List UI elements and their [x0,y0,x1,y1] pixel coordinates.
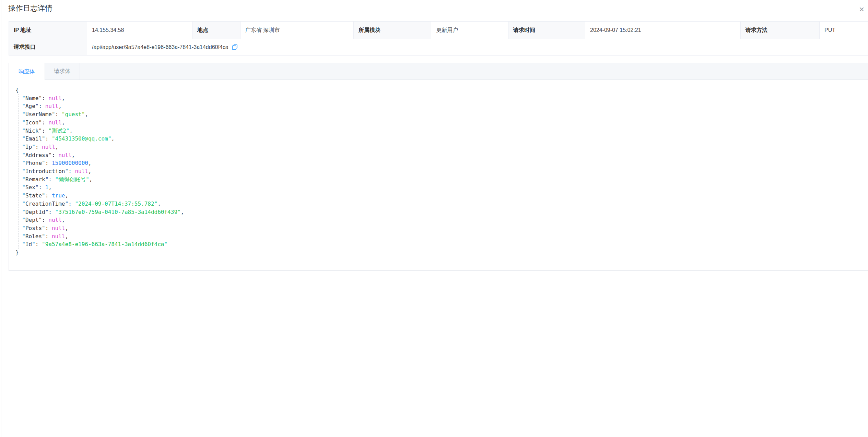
field-label-module: 所属模块 [354,22,431,39]
tab-response-body-label: 响应体 [19,68,35,75]
tab-request-body[interactable]: 请求体 [45,63,80,80]
panel-left-divider [1,0,1,437]
field-value-module: 更新用户 [431,22,508,39]
field-label-ip: IP 地址 [9,22,87,39]
tabs-header: 响应体 请求体 [9,63,868,80]
json-indent-guide [18,94,19,249]
response-body-viewer: { "Name": null, "Age": null, "UserName":… [9,80,868,271]
field-value-ip: 14.155.34.58 [87,22,192,39]
field-label-request-api: 请求接口 [9,39,87,56]
log-detail-table: IP 地址 14.155.34.58 地点 广东省 深圳市 所属模块 更新用户 … [9,21,868,56]
field-label-request-method: 请求方法 [741,22,820,39]
tab-request-body-label: 请求体 [54,68,71,75]
page-title: 操作日志详情 [8,3,52,13]
field-label-request-time: 请求时间 [508,22,585,39]
field-value-location: 广东省 深圳市 [241,22,354,39]
field-label-location: 地点 [192,22,241,39]
response-json-code: { "Name": null, "Age": null, "UserName":… [9,80,868,264]
request-api-url: /api/app/user/9a57a4e8-e196-663a-7841-3a… [92,44,228,50]
field-value-request-method: PUT [820,22,868,39]
field-value-request-api: /api/app/user/9a57a4e8-e196-663a-7841-3a… [87,39,868,56]
field-value-request-time: 2024-09-07 15:02:21 [585,22,741,39]
close-icon[interactable]: × [859,5,868,14]
copy-document-icon[interactable] [232,44,238,50]
body-tabs-panel: 响应体 请求体 { "Name": null, "Age": null, "Us… [9,63,868,271]
tab-response-body[interactable]: 响应体 [9,63,45,80]
